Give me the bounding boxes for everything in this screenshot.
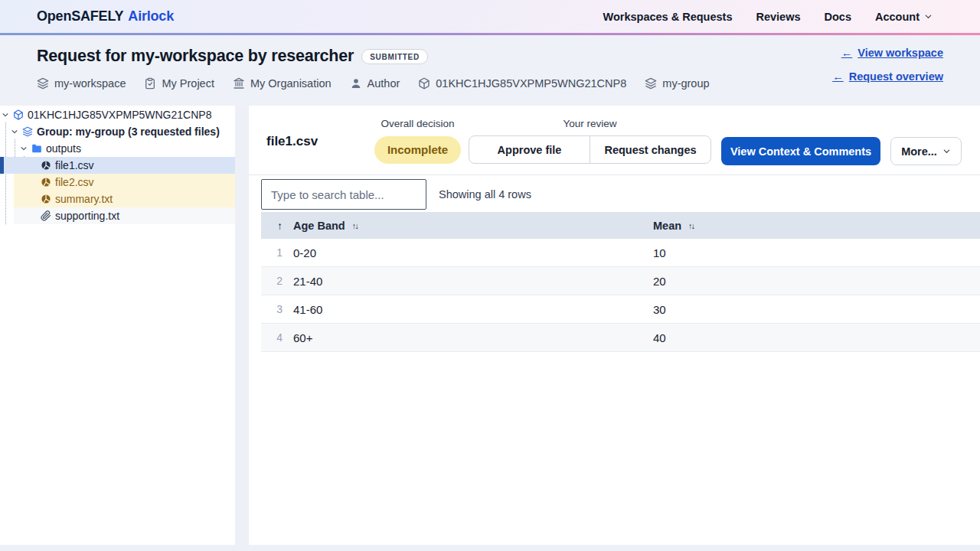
meta-organisation: My Organisation [233, 77, 332, 90]
age-band-cell: 41-60 [293, 303, 653, 316]
chevron-down-icon[interactable] [2, 111, 9, 119]
file-title: file1.csv [266, 134, 318, 149]
sort-ascending-icon[interactable] [277, 220, 283, 232]
chevron-down-icon [942, 147, 951, 155]
account-menu[interactable]: Account [875, 11, 933, 23]
meta-group: my-group [645, 77, 709, 90]
view-workspace-link[interactable]: ← View workspace [841, 47, 943, 59]
nav-links: Workspaces & Requests Reviews Docs Accou… [603, 11, 933, 23]
chevron-down-icon[interactable] [11, 128, 18, 135]
row-number: 4 [261, 331, 293, 344]
view-context-comments-button[interactable]: View Context & Comments [721, 137, 880, 165]
brand-logo[interactable]: OpenSAFELY Airlock [37, 8, 174, 24]
approve-file-button[interactable]: Approve file [469, 136, 590, 163]
age-band-cell: 21-40 [293, 275, 653, 288]
tree-node-summary-txt[interactable]: summary.txt [0, 191, 235, 207]
tree-node-group[interactable]: Group: my-group (3 requested files) [0, 123, 235, 140]
brand-secondary: Airlock [128, 8, 174, 24]
tree-node-file1-csv[interactable]: file1.csv [0, 157, 235, 174]
sort-toggle-icon[interactable] [352, 221, 358, 230]
mean-cell: 20 [653, 275, 980, 288]
meta-workspace: my-workspace [37, 77, 126, 90]
chevron-down-icon[interactable] [20, 145, 28, 152]
row-number: 1 [261, 246, 293, 259]
table-row: 3 41-60 30 [261, 295, 980, 324]
meta-project: My Project [144, 77, 214, 90]
table-header-row: Age Band Mean [261, 212, 980, 239]
row-number: 3 [261, 303, 293, 315]
chart-file-icon [41, 160, 51, 171]
tree-node-supporting-txt[interactable]: supporting.txt [0, 207, 235, 224]
request-overview-link[interactable]: ← Request overview [832, 70, 943, 83]
paperclip-icon [41, 210, 51, 221]
account-label: Account [875, 11, 920, 23]
chart-file-icon [41, 177, 51, 187]
age-band-cell: 60+ [293, 331, 653, 344]
row-number: 2 [261, 275, 293, 287]
layers-icon [645, 77, 657, 90]
tree-node-request-id[interactable]: 01KHC1HJG85VXPMP5WNG21CNP8 [0, 106, 235, 123]
clipboard-icon [144, 77, 156, 90]
table-row: 1 0-20 10 [261, 239, 980, 267]
folder-icon [31, 143, 42, 154]
left-arrow-icon: ← [832, 70, 844, 83]
overall-decision-label: Overall decision [374, 118, 461, 129]
cube-icon [418, 77, 430, 90]
request-meta: my-workspace My Project My Organisation … [37, 77, 943, 90]
mean-cell: 30 [653, 303, 980, 316]
status-badge: SUBMITTED [361, 49, 428, 64]
mean-cell: 40 [653, 331, 980, 344]
file-review-panel: file1.csv Overall decision Incomplete Yo… [249, 106, 980, 545]
review-button-group: Approve file Request changes [469, 135, 711, 164]
layers-icon [37, 77, 49, 90]
nav-item-docs[interactable]: Docs [825, 11, 851, 23]
file-actions-header: file1.csv Overall decision Incomplete Yo… [249, 106, 980, 175]
index-column-header [261, 220, 293, 232]
nav-item-workspaces-requests[interactable]: Workspaces & Requests [603, 11, 733, 23]
age-band-cell: 0-20 [293, 246, 653, 259]
nav-item-reviews[interactable]: Reviews [756, 11, 800, 23]
top-navigation: OpenSAFELY Airlock Workspaces & Requests… [0, 0, 980, 33]
request-changes-button[interactable]: Request changes [590, 136, 710, 163]
decision-badge: Incomplete [374, 136, 461, 164]
left-arrow-icon: ← [841, 47, 853, 59]
data-table: Age Band Mean 1 0-20 10 2 21-40 20 3 41-… [261, 212, 980, 352]
tree-node-file2-csv[interactable]: file2.csv [0, 174, 235, 191]
sort-toggle-icon[interactable] [688, 221, 694, 230]
meta-request-id: 01KHC1HJG85VXPMP5WNG21CNP8 [418, 77, 626, 90]
search-input[interactable] [261, 179, 426, 210]
chart-file-icon [41, 194, 51, 204]
rows-summary: Showing all 4 rows [439, 179, 531, 210]
cube-icon [13, 109, 24, 120]
bank-icon [233, 77, 245, 90]
mean-column-header[interactable]: Mean [653, 220, 980, 232]
chevron-down-icon [924, 12, 933, 21]
age-band-column-header[interactable]: Age Band [293, 220, 653, 232]
page-title: Request for my-workspace by researcher [37, 47, 354, 66]
table-row: 4 60+ 40 [261, 324, 980, 352]
mean-cell: 10 [653, 246, 980, 259]
layers-icon [22, 126, 33, 137]
user-icon [350, 77, 362, 90]
file-tree: 01KHC1HJG85VXPMP5WNG21CNP8 Group: my-gro… [0, 106, 235, 224]
meta-author: Author [350, 77, 400, 90]
your-review-label: Your review [469, 118, 711, 129]
request-header: Request for my-workspace by researcher S… [0, 35, 980, 106]
table-row: 2 21-40 20 [261, 267, 980, 295]
tree-node-outputs-folder[interactable]: outputs [0, 140, 235, 157]
brand-primary: OpenSAFELY [37, 8, 123, 24]
file-tree-sidebar: 01KHC1HJG85VXPMP5WNG21CNP8 Group: my-gro… [0, 106, 235, 545]
more-button[interactable]: More... [890, 137, 962, 165]
